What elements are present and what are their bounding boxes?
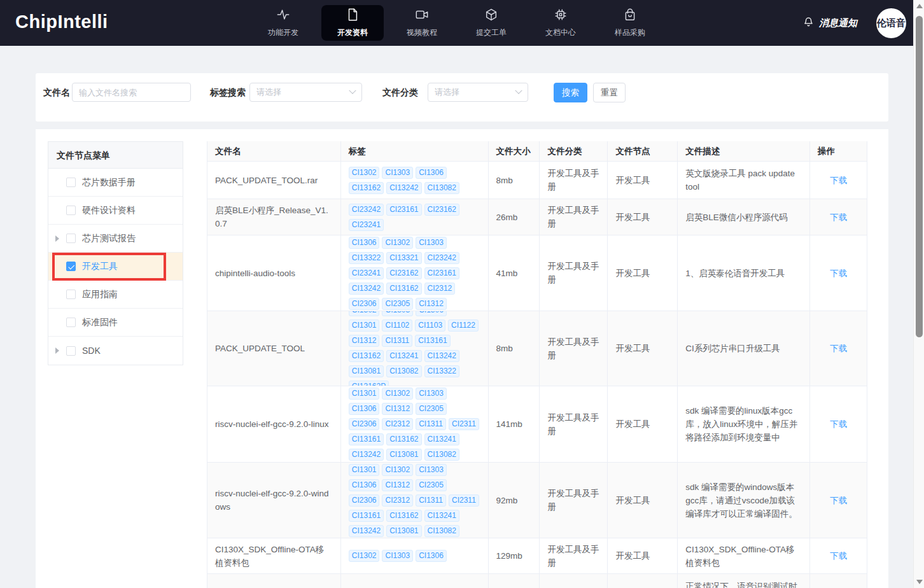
file-category-cell: 开发工具及手册 [540,311,608,386]
file-node-cell: 开发工具 [608,463,678,538]
chip-tag: CI13321 [386,252,421,264]
tag-list: CI1302CI1303CI1306CI1301CI1102CI1103CI11… [349,311,480,386]
search-button[interactable]: 搜索 [554,83,587,102]
nav-item-5[interactable]: 文档中心 [529,5,592,41]
checkbox[interactable] [66,234,76,243]
sidebar-item-label: 应用指南 [82,289,118,300]
expand-caret-icon[interactable] [55,235,59,242]
chip-tag: CI1303 [382,550,413,562]
file-description-cell: CI130X_SDK_Offline-OTA移植资料包 [678,538,810,573]
file-size-cell: 92mb [489,463,540,538]
chip-tag: CI13241 [424,510,459,522]
file-name-text: CI130X_SDK_Offline-OTA移植资料包 [215,543,333,570]
chip-tag: CI1302 [382,464,413,476]
sidebar-item[interactable]: 芯片测试报告 [48,225,183,253]
file-node-cell [608,574,678,588]
file-category-cell: 开发工具及手册 [540,538,608,573]
chip-tag: CI13162 [349,182,384,194]
file-name-input[interactable] [72,83,191,102]
checkbox[interactable] [66,346,76,356]
column-header: 文件分类 [540,141,608,161]
sidebar-item-label: SDK [82,346,101,356]
chip-tag: CI1302 [349,311,380,316]
sidebar-item-label: 芯片数据手册 [82,177,136,188]
sidebar-item[interactable]: 硬件设计资料 [48,197,183,225]
chip-tag: CI13161 [415,335,450,347]
checkbox[interactable] [66,206,76,215]
file-category-cell: 开发工具及手册 [540,162,608,199]
tags-cell: CI1301CI1302CI1303CI1306CI1312CI2305CI23… [341,463,489,538]
file-name-text: riscv-nuclei-elf-gcc-9.2.0-linux [215,417,329,431]
download-link[interactable]: 下载 [830,494,847,507]
nav-item-3[interactable]: 视频教程 [391,5,453,41]
expand-caret-icon[interactable] [55,347,59,354]
sidebar-item[interactable]: 标准固件 [48,309,183,337]
tag-search-select[interactable]: 请选择 [249,83,362,102]
reset-button[interactable]: 重置 [593,83,626,102]
chip-tag: CI13162P [349,381,389,386]
sidebar-item[interactable]: 芯片数据手册 [48,169,183,197]
notifications-button[interactable]: 消息通知 [802,0,857,46]
file-description-cell: sdk 编译需要的windows版本gcc库，请通过vscode加载该编译库才可… [678,463,810,538]
sidebar-item[interactable]: 开发工具 [48,253,183,281]
column-header: 文件大小 [489,141,540,161]
chip-icon [554,8,568,24]
nav-item-1[interactable]: 功能开发 [252,5,314,41]
chip-tag: CI23162 [424,204,459,216]
top-navbar: ChipIntelli 功能开发开发资料视频教程提交工单文档中心样品采购 消息通… [0,0,913,46]
video-icon [415,8,429,24]
chip-tag: CI1301 [349,388,380,400]
file-name-cell: chipintelli-audio-tools [207,235,341,311]
nav-item-2[interactable]: 开发资料 [321,5,384,41]
file-name-cell: riscv-nuclei-elf-gcc-9.2.0-windows [207,463,341,538]
file-node-cell: 开发工具 [608,235,678,311]
chip-tag: CI13322 [424,365,459,377]
notifications-label: 消息通知 [819,17,857,29]
sidebar-item[interactable]: 应用指南 [48,281,183,309]
tag-list: CI1302CI1303CI1306 [349,550,447,562]
avatar[interactable]: 伦语音 [876,8,906,38]
file-description-cell: 1、启英泰伦语音开发工具 [678,235,810,311]
file-node-cell: 开发工具 [608,199,678,235]
nav-item-6[interactable]: 样品采购 [599,5,661,41]
avatar-text: 伦语音 [877,17,906,29]
scrollbar-down-arrow-icon[interactable] [916,580,923,584]
sidebar-item[interactable]: SDK [48,337,183,365]
chip-tag: CI2312 [382,494,413,507]
checkbox[interactable] [66,318,76,327]
nav-item-label: 开发资料 [337,27,368,38]
file-node-menu-title: 文件节点菜单 [48,142,183,169]
download-link[interactable]: 下载 [830,342,847,355]
download-link[interactable]: 下载 [830,549,847,563]
sidebar-item-label: 标准固件 [82,317,118,328]
scrollbar-up-arrow-icon[interactable] [916,4,923,8]
file-size-cell: 26mb [489,199,540,235]
checkbox[interactable] [66,178,76,187]
file-node-cell: 开发工具 [608,162,678,199]
checkbox-checked[interactable] [66,262,76,271]
download-link[interactable]: 下载 [830,267,847,280]
file-size-cell [489,574,540,588]
sidebar-item-label: 芯片测试报告 [82,233,136,244]
file-name-cell [207,574,341,588]
chip-tag: CI13082 [386,365,421,377]
operation-cell: 下载 [810,162,867,199]
chip-tag: CI13081 [386,525,421,537]
tags-cell: CI1302CI1303CI1306CI1301CI1102CI1103CI11… [341,311,489,386]
category-select[interactable]: 请选择 [428,83,528,102]
chip-tag: CI13162 [386,283,421,295]
page-scrollbar[interactable] [913,0,924,588]
checkbox[interactable] [66,290,76,299]
nav-item-4[interactable]: 提交工单 [460,5,522,41]
cube-icon [484,8,498,24]
bell-icon [802,16,815,30]
file-size-cell: 141mb [489,386,540,462]
tag-list: CI1301CI1302CI1303CI1306CI1312CI2305CI23… [349,388,480,461]
download-link[interactable]: 下载 [830,211,847,224]
download-link[interactable]: 下载 [830,417,847,431]
file-node-cell: 开发工具 [608,311,678,386]
scrollbar-thumb[interactable] [916,16,923,337]
sidebar-item-label: 开发工具 [82,261,118,272]
chip-tag: CI13241 [424,433,459,445]
download-link[interactable]: 下载 [830,174,847,187]
